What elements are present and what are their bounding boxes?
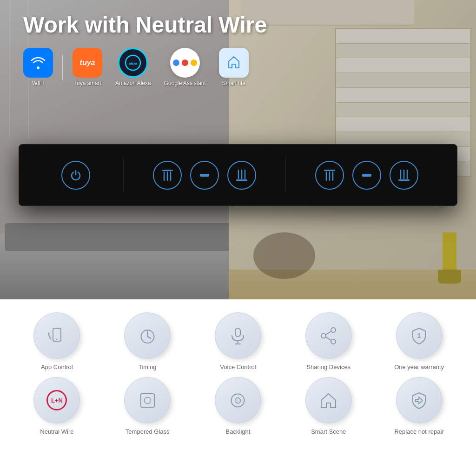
backlight-icon bbox=[227, 390, 248, 411]
curtain-stop-btn-1[interactable] bbox=[190, 161, 219, 190]
wifi-label: WIFI bbox=[32, 80, 44, 86]
feature-tempered-glass: Tempered Glass bbox=[105, 377, 191, 435]
curtain-stop-icon-2 bbox=[360, 168, 374, 182]
sharing-icon bbox=[318, 325, 339, 346]
svg-point-32 bbox=[321, 333, 326, 338]
svg-rect-11 bbox=[236, 179, 247, 181]
curtain-up-btn-1[interactable] bbox=[153, 161, 182, 190]
feature-neutral-wire: L+N Neutral Wire bbox=[14, 377, 100, 435]
smart-scene-icon bbox=[318, 390, 339, 411]
voice-control-label: Voice Control bbox=[220, 364, 256, 370]
power-button[interactable] bbox=[61, 161, 90, 190]
sharing-label: Sharing Devices bbox=[306, 364, 350, 370]
svg-point-38 bbox=[144, 397, 151, 403]
feature-timing: Timing bbox=[105, 312, 191, 370]
app-control-label: App Control bbox=[41, 364, 73, 370]
switch-section-3 bbox=[300, 161, 434, 190]
tempered-glass-label: Tempered Glass bbox=[126, 428, 170, 435]
switch-panel bbox=[19, 144, 457, 206]
switch-section-2 bbox=[138, 161, 271, 190]
backlight-label: Backlight bbox=[226, 428, 251, 435]
timing-label: Timing bbox=[139, 364, 157, 370]
svg-rect-3 bbox=[162, 170, 173, 171]
switch-panel-container bbox=[19, 144, 457, 206]
svg-point-40 bbox=[235, 397, 241, 403]
warranty-icon: 1 bbox=[409, 325, 430, 346]
curtain-down-btn-2[interactable] bbox=[390, 161, 418, 190]
feature-replace: Replace not repair bbox=[376, 377, 462, 435]
tuya-label: Tuya smart bbox=[73, 80, 101, 86]
app-icons-row: WIFI tuya ™ Tuya smart alexa Amazon Alex… bbox=[23, 48, 453, 86]
features-row-2: L+N Neutral Wire Tempered Glass bbox=[14, 377, 462, 435]
curtain-down-icon bbox=[235, 168, 249, 182]
feature-app-control: App Control bbox=[14, 312, 100, 370]
page-title: Work with Neutral Wire bbox=[23, 13, 453, 38]
svg-rect-16 bbox=[362, 174, 371, 177]
wifi-symbol-icon bbox=[30, 54, 46, 71]
smartlife-icon bbox=[225, 54, 243, 72]
smartlife-label: Smart life bbox=[222, 80, 245, 86]
ln-badge-icon: L+N bbox=[46, 390, 67, 410]
app-icon-smartlife[interactable]: Smart life bbox=[219, 48, 249, 86]
feature-warranty: 1 One year warranty bbox=[376, 312, 462, 370]
app-icon-wifi[interactable]: WIFI bbox=[23, 48, 53, 86]
replace-label: Replace not repair bbox=[394, 428, 443, 435]
google-label: Google Assistant bbox=[164, 80, 206, 86]
svg-point-33 bbox=[331, 339, 336, 344]
feature-sharing: Sharing Devices bbox=[285, 312, 371, 370]
features-row-1: App Control Timing bbox=[14, 312, 462, 370]
app-icon-alexa[interactable]: alexa Amazon Alexa bbox=[115, 48, 151, 86]
neutral-wire-label: Neutral Wire bbox=[40, 428, 73, 435]
svg-rect-7 bbox=[200, 174, 209, 177]
curtain-up-btn-2[interactable] bbox=[315, 161, 344, 190]
smart-scene-label: Smart Scene bbox=[311, 428, 346, 435]
alexa-icon: alexa bbox=[124, 54, 142, 72]
app-control-icon bbox=[46, 325, 67, 346]
svg-rect-12 bbox=[324, 170, 335, 171]
svg-line-34 bbox=[326, 331, 331, 335]
app-icon-google[interactable]: Google Assistant bbox=[164, 48, 206, 86]
curtain-up-icon bbox=[160, 168, 174, 182]
tempered-glass-icon bbox=[137, 390, 158, 411]
feature-backlight: Backlight bbox=[195, 377, 281, 435]
curtain-stop-icon bbox=[198, 168, 212, 182]
svg-rect-20 bbox=[398, 179, 410, 181]
svg-point-31 bbox=[331, 328, 336, 332]
svg-line-35 bbox=[326, 337, 331, 340]
warranty-label: One year warranty bbox=[394, 364, 444, 370]
alexa-label: Amazon Alexa bbox=[115, 80, 151, 86]
features-section: App Control Timing bbox=[0, 299, 476, 476]
svg-rect-28 bbox=[235, 328, 240, 337]
power-icon bbox=[69, 169, 82, 182]
voice-control-icon bbox=[227, 325, 248, 346]
curtain-down-btn-1[interactable] bbox=[227, 161, 256, 190]
svg-text:alexa: alexa bbox=[129, 62, 138, 65]
curtain-up-icon-2 bbox=[323, 168, 337, 182]
svg-point-22 bbox=[56, 338, 58, 340]
switch-section-1 bbox=[42, 161, 109, 190]
timing-icon bbox=[137, 325, 158, 346]
app-icon-tuya[interactable]: tuya ™ Tuya smart bbox=[73, 48, 102, 86]
feature-voice-control: Voice Control bbox=[195, 312, 281, 370]
svg-rect-37 bbox=[141, 394, 154, 407]
svg-text:1: 1 bbox=[417, 332, 421, 339]
svg-line-25 bbox=[147, 337, 151, 338]
replace-icon bbox=[409, 390, 430, 411]
curtain-stop-btn-2[interactable] bbox=[352, 161, 381, 190]
feature-smart-scene: Smart Scene bbox=[285, 377, 371, 435]
curtain-down-icon-2 bbox=[397, 168, 411, 182]
